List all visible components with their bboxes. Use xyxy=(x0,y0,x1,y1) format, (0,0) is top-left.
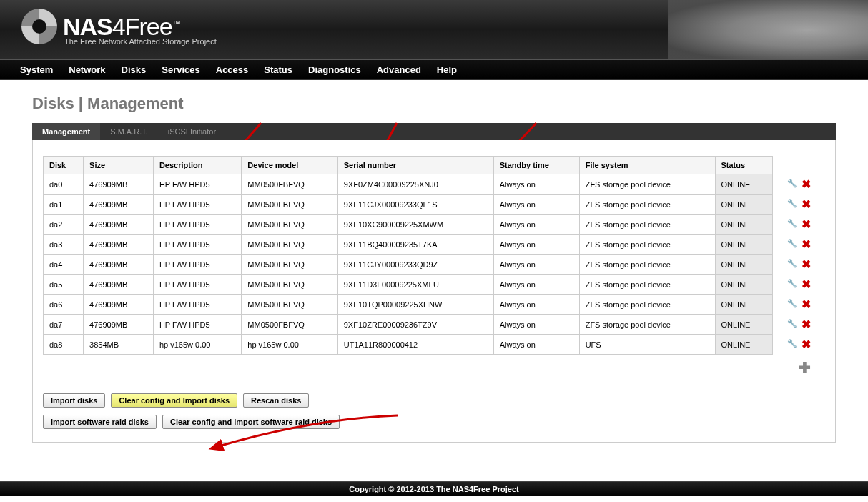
cell-desc: HP F/W HPD5 xyxy=(153,235,241,255)
cell-size: 476909MB xyxy=(84,295,154,315)
cell-fs: ZFS storage pool device xyxy=(579,275,715,295)
delete-icon[interactable]: ✖ xyxy=(801,199,812,210)
col-disk: Disk xyxy=(44,157,84,174)
add-icon[interactable]: ✚ xyxy=(799,360,811,375)
import-disks-button[interactable]: Import disks xyxy=(43,393,105,408)
nav-services[interactable]: Services xyxy=(162,64,200,75)
cell-fs: ZFS storage pool device xyxy=(579,235,715,255)
main-nav: SystemNetworkDisksServicesAccessStatusDi… xyxy=(0,60,868,80)
delete-icon[interactable]: ✖ xyxy=(801,339,812,350)
panel: DiskSizeDescriptionDevice modelSerial nu… xyxy=(32,140,836,443)
import-raid-button[interactable]: Import software raid disks xyxy=(43,415,157,429)
edit-icon[interactable]: 🔧 xyxy=(786,179,798,190)
delete-icon[interactable]: ✖ xyxy=(801,259,812,270)
cell-desc: HP F/W HPD5 xyxy=(153,275,241,295)
rescan-disks-button[interactable]: Rescan disks xyxy=(243,393,309,408)
cell-size: 476909MB xyxy=(84,255,154,275)
cell-status: ONLINE xyxy=(715,275,773,295)
cell-status: ONLINE xyxy=(715,215,773,235)
cell-desc: hp v165w 0.00 xyxy=(153,335,241,355)
edit-icon[interactable]: 🔧 xyxy=(786,299,798,310)
cell-serial: 9XF11D3F00009225XMFU xyxy=(337,275,493,295)
cell-status: ONLINE xyxy=(715,335,773,355)
cell-desc: HP F/W HPD5 xyxy=(153,315,241,335)
tab-s-m-a-r-t-[interactable]: S.M.A.R.T. xyxy=(100,123,158,140)
cell-serial: 9XF10TQP00009225XHNW xyxy=(337,295,493,315)
cell-disk: da3 xyxy=(44,235,84,255)
cell-standby: Always on xyxy=(493,295,579,315)
table-row: da1476909MBHP F/W HPD5MM0500FBFVQ9XF11CJ… xyxy=(44,195,826,215)
delete-icon[interactable]: ✖ xyxy=(801,319,812,330)
col-actions xyxy=(773,157,825,174)
cell-standby: Always on xyxy=(493,215,579,235)
edit-icon[interactable]: 🔧 xyxy=(786,199,798,210)
cell-fs: ZFS storage pool device xyxy=(579,215,715,235)
cell-desc: HP F/W HPD5 xyxy=(153,195,241,215)
col-status: Status xyxy=(715,157,773,174)
table-row: da2476909MBHP F/W HPD5MM0500FBFVQ9XF10XG… xyxy=(44,215,826,235)
edit-icon[interactable]: 🔧 xyxy=(786,239,798,250)
cell-serial: 9XF11BQ400009235T7KA xyxy=(337,235,493,255)
delete-icon[interactable]: ✖ xyxy=(801,239,812,250)
cell-size: 476909MB xyxy=(84,275,154,295)
table-row: da3476909MBHP F/W HPD5MM0500FBFVQ9XF11BQ… xyxy=(44,235,826,255)
delete-icon[interactable]: ✖ xyxy=(801,179,812,190)
cell-serial: 9XF11CJX00009233QF1S xyxy=(337,195,493,215)
cell-size: 476909MB xyxy=(84,315,154,335)
cell-desc: HP F/W HPD5 xyxy=(153,215,241,235)
cell-serial: 9XF11CJY00009233QD9Z xyxy=(337,255,493,275)
edit-icon[interactable]: 🔧 xyxy=(786,339,798,350)
tab-bar: ManagementS.M.A.R.T.iSCSI Initiator xyxy=(32,123,836,140)
cell-model: MM0500FBFVQ xyxy=(242,275,337,295)
nav-disks[interactable]: Disks xyxy=(122,64,147,75)
nav-status[interactable]: Status xyxy=(264,64,292,75)
cell-standby: Always on xyxy=(493,275,579,295)
table-row: da6476909MBHP F/W HPD5MM0500FBFVQ9XF10TQ… xyxy=(44,295,826,315)
nav-network[interactable]: Network xyxy=(69,64,105,75)
tab-management[interactable]: Management xyxy=(32,123,100,140)
edit-icon[interactable]: 🔧 xyxy=(786,259,798,270)
cell-fs: UFS xyxy=(579,335,715,355)
cell-standby: Always on xyxy=(493,255,579,275)
table-row: da0476909MBHP F/W HPD5MM0500FBFVQ9XF0ZM4… xyxy=(44,174,826,195)
logo-tm: ™ xyxy=(172,18,180,28)
cell-status: ONLINE xyxy=(715,174,773,195)
cell-fs: ZFS storage pool device xyxy=(579,174,715,195)
cell-serial: 9XF0ZM4C00009225XNJ0 xyxy=(337,174,493,195)
col-device-model: Device model xyxy=(242,157,337,174)
table-row: da83854MBhp v165w 0.00hp v165w 0.00UT1A1… xyxy=(44,335,826,355)
cell-status: ONLINE xyxy=(715,195,773,215)
delete-icon[interactable]: ✖ xyxy=(801,299,812,310)
delete-icon[interactable]: ✖ xyxy=(801,279,812,290)
cell-status: ONLINE xyxy=(715,295,773,315)
nav-help[interactable]: Help xyxy=(437,64,457,75)
delete-icon[interactable]: ✖ xyxy=(801,219,812,230)
cell-size: 476909MB xyxy=(84,195,154,215)
cell-status: ONLINE xyxy=(715,255,773,275)
edit-icon[interactable]: 🔧 xyxy=(786,219,798,230)
cell-standby: Always on xyxy=(493,195,579,215)
clear-config-import-button[interactable]: Clear config and Import disks xyxy=(111,393,237,408)
nav-system[interactable]: System xyxy=(20,64,53,75)
edit-icon[interactable]: 🔧 xyxy=(786,279,798,290)
cell-disk: da8 xyxy=(44,335,84,355)
col-file-system: File system xyxy=(579,157,715,174)
nav-diagnostics[interactable]: Diagnostics xyxy=(308,64,361,75)
cell-model: hp v165w 0.00 xyxy=(242,335,337,355)
cell-serial: 9XF10ZRE00009236TZ9V xyxy=(337,315,493,335)
cell-model: MM0500FBFVQ xyxy=(242,215,337,235)
cell-serial: 9XF10XG900009225XMWM xyxy=(337,215,493,235)
edit-icon[interactable]: 🔧 xyxy=(786,319,798,330)
footer: Copyright © 2012-2013 The NAS4Free Proje… xyxy=(0,481,868,496)
table-row: da5476909MBHP F/W HPD5MM0500FBFVQ9XF11D3… xyxy=(44,275,826,295)
cell-fs: ZFS storage pool device xyxy=(579,315,715,335)
cell-disk: da4 xyxy=(44,255,84,275)
nav-access[interactable]: Access xyxy=(216,64,249,75)
cell-standby: Always on xyxy=(493,335,579,355)
cell-fs: ZFS storage pool device xyxy=(579,195,715,215)
cell-model: MM0500FBFVQ xyxy=(242,195,337,215)
col-description: Description xyxy=(153,157,241,174)
cell-status: ONLINE xyxy=(715,315,773,335)
cell-size: 476909MB xyxy=(84,174,154,195)
nav-advanced[interactable]: Advanced xyxy=(377,64,421,75)
